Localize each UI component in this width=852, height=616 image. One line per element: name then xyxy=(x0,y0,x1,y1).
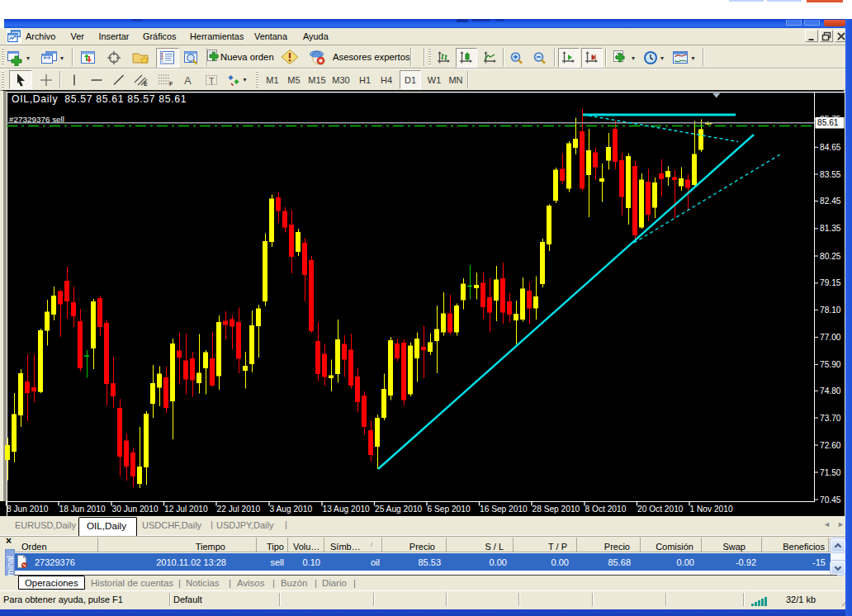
svg-text:75.90: 75.90 xyxy=(820,360,841,369)
svg-text:20 Oct 2010: 20 Oct 2010 xyxy=(637,505,684,514)
svg-text:3 Aug 2010: 3 Aug 2010 xyxy=(270,505,313,514)
svg-text:25 Aug 2010: 25 Aug 2010 xyxy=(375,505,423,514)
svg-text:71.50: 71.50 xyxy=(820,468,841,477)
svg-text:78.10: 78.10 xyxy=(820,306,841,315)
svg-text:22 Jul 2010: 22 Jul 2010 xyxy=(217,505,261,514)
svg-text:OIL,Daily 85.57 85.61 85.57 8: OIL,Daily 85.57 85.61 85.57 85.61 xyxy=(12,93,187,105)
svg-text:#27329376 sell: #27329376 sell xyxy=(9,115,64,124)
svg-text:30 Jun 2010: 30 Jun 2010 xyxy=(112,505,159,514)
svg-text:73.70: 73.70 xyxy=(820,414,841,423)
svg-text:70.45: 70.45 xyxy=(820,495,841,505)
svg-text:18 Jun 2010: 18 Jun 2010 xyxy=(59,505,106,514)
svg-text:28 Sep 2010: 28 Sep 2010 xyxy=(532,505,580,514)
svg-text:1 Nov 2010: 1 Nov 2010 xyxy=(690,505,733,514)
svg-text:84.65: 84.65 xyxy=(820,143,841,152)
svg-text:74.80: 74.80 xyxy=(820,386,841,396)
svg-text:T: T xyxy=(209,75,215,85)
svg-text:E: E xyxy=(144,81,148,87)
svg-text:A: A xyxy=(184,74,192,87)
svg-text:16 Sep 2010: 16 Sep 2010 xyxy=(480,505,528,514)
svg-text:13 Aug 2010: 13 Aug 2010 xyxy=(323,505,371,514)
svg-text:F: F xyxy=(169,81,173,87)
svg-text:83.55: 83.55 xyxy=(820,170,841,179)
svg-text:80.25: 80.25 xyxy=(820,252,841,261)
svg-text:77.00: 77.00 xyxy=(820,333,841,342)
svg-text:81.35: 81.35 xyxy=(820,224,841,233)
svg-text:6 Sep 2010: 6 Sep 2010 xyxy=(428,505,471,514)
svg-text:79.15: 79.15 xyxy=(820,278,841,287)
svg-text:72.60: 72.60 xyxy=(820,441,841,450)
svg-text:85.61: 85.61 xyxy=(817,118,839,127)
svg-text:8 Oct 2010: 8 Oct 2010 xyxy=(585,505,627,514)
svg-text:8 Jun 2010: 8 Jun 2010 xyxy=(7,505,49,514)
svg-text:12 Jul 2010: 12 Jul 2010 xyxy=(164,505,208,514)
svg-text:82.45: 82.45 xyxy=(820,197,841,206)
